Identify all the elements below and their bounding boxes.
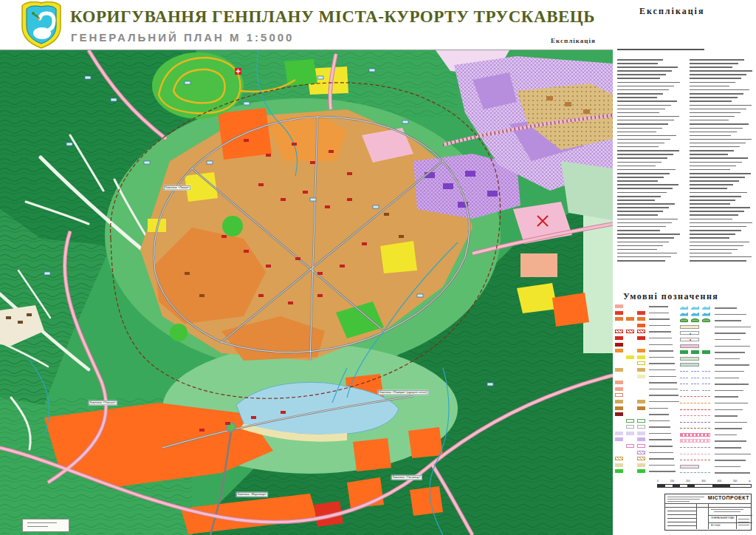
legend-row	[615, 469, 681, 474]
explication-line	[690, 63, 738, 64]
legend-row	[615, 425, 681, 429]
explication-line	[690, 112, 740, 114]
explication-col-1	[617, 56, 682, 264]
legend-row	[615, 457, 681, 461]
legend-symbol	[680, 306, 688, 310]
explication-line	[617, 82, 680, 84]
legend-row	[680, 452, 755, 457]
explication-line	[690, 177, 745, 178]
truskavets-coat-of-arms-icon	[18, 1, 65, 49]
explication-line	[617, 78, 660, 79]
explication-line	[690, 234, 735, 235]
explication-line	[690, 180, 739, 182]
explication-line	[690, 169, 730, 171]
legend-row	[615, 432, 681, 436]
legend-symbol	[702, 390, 710, 391]
explication-line	[690, 78, 741, 79]
legend-row	[680, 433, 755, 437]
legend-swatch	[637, 349, 645, 352]
legend-symbol	[680, 396, 710, 397]
explication-line	[617, 196, 661, 197]
legend-symbol	[680, 409, 710, 410]
explication-line	[690, 105, 752, 106]
title-block-doc-scale: М 1:5000	[711, 524, 721, 526]
explication-line	[690, 245, 743, 247]
explication-line	[617, 184, 678, 185]
legend-row	[680, 338, 755, 342]
legend-swatch	[615, 343, 623, 347]
explication-line	[690, 260, 746, 262]
legend-swatch	[615, 463, 623, 467]
explication-line	[617, 188, 673, 189]
explication-line	[617, 256, 671, 258]
legend-swatch	[615, 437, 623, 441]
map-label: Комплекс «Тюлька»	[89, 401, 117, 405]
legend-symbol	[702, 371, 710, 372]
scale-number: 100	[670, 480, 675, 482]
legend-symbol	[680, 338, 699, 341]
legend-heading: Умовні позначення	[623, 291, 718, 302]
legend-row	[680, 376, 755, 381]
legend-swatch	[637, 368, 645, 372]
legend-row	[615, 355, 681, 360]
scale-bar: 0100200300400500м	[657, 479, 752, 488]
explication-line	[617, 100, 677, 102]
explication-line	[617, 59, 663, 61]
explication-line	[617, 93, 663, 95]
explication-line	[617, 105, 671, 106]
explication-line	[617, 89, 669, 91]
explication-line	[617, 249, 657, 251]
legend-symbol	[680, 390, 688, 391]
legend-symbol	[680, 318, 688, 322]
explication-heading: Експлікація	[639, 6, 704, 17]
legend-symbol	[680, 384, 688, 384]
explication-line	[617, 97, 657, 98]
legend-swatch	[615, 336, 623, 340]
legend-row	[680, 414, 755, 418]
legend-swatch	[637, 317, 645, 321]
explication-line	[690, 70, 752, 72]
explication-line	[617, 112, 659, 114]
legend-row	[615, 336, 681, 341]
explication-line	[617, 116, 679, 117]
explication-line	[690, 237, 729, 239]
legend-symbol	[680, 350, 688, 354]
legend-swatch	[637, 437, 645, 441]
legend-swatch	[626, 317, 634, 321]
legend-row	[615, 387, 681, 392]
legend-row	[680, 389, 755, 393]
legend-swatch	[637, 324, 645, 327]
explication-line	[690, 192, 747, 194]
legend-swatch	[637, 330, 645, 333]
legend-swatch	[615, 469, 623, 473]
legend-row	[680, 420, 755, 425]
explication-line	[690, 93, 743, 95]
explication-line	[617, 132, 656, 133]
explication-line	[617, 70, 672, 72]
explication-line	[690, 135, 731, 137]
explication-line	[690, 173, 751, 174]
title-block: МІСТОПРОЕКТ ГЕНЕРАЛЬНИЙ ПЛАН М 1:5000	[664, 494, 752, 531]
explication-line	[617, 211, 663, 212]
legend-swatch	[615, 304, 623, 308]
legend-swatch	[637, 444, 645, 448]
explication-line	[690, 132, 737, 133]
legend-swatch	[615, 400, 623, 403]
legend-swatch	[626, 444, 634, 448]
legend-row	[615, 330, 681, 334]
legend-row	[615, 437, 681, 442]
legend-swatch	[637, 406, 645, 410]
legend-symbol	[702, 378, 710, 378]
explication-line	[690, 67, 732, 68]
explication-line	[617, 177, 664, 178]
explication-line	[690, 82, 735, 84]
explication-line	[690, 139, 752, 140]
map-corner-label	[22, 519, 69, 532]
legend-swatch	[626, 425, 634, 429]
explication-line	[617, 222, 672, 224]
legend-symbol	[680, 357, 699, 361]
explication-line	[617, 67, 678, 68]
legend-row	[615, 419, 681, 423]
scale-number: 0	[657, 480, 659, 482]
legend-symbol	[691, 371, 699, 372]
